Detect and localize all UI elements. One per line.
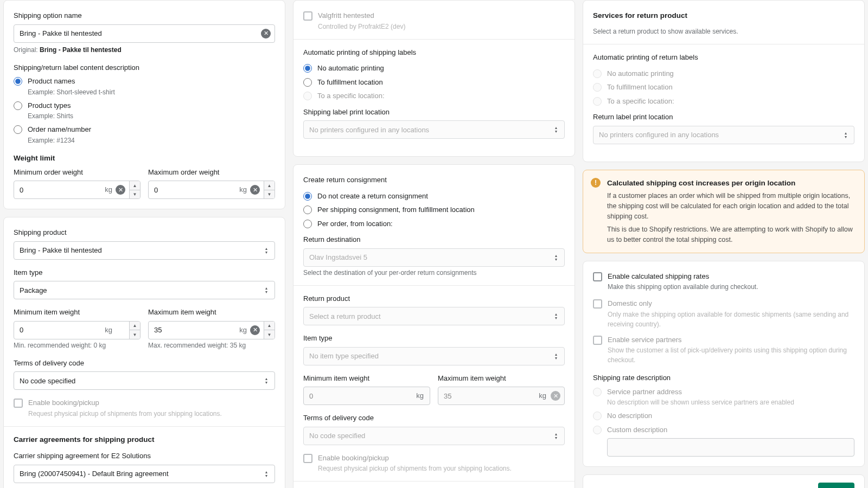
- enable-booking-checkbox[interactable]: [14, 399, 23, 408]
- chevron-up-icon[interactable]: ▲: [264, 322, 275, 331]
- radio-order-name[interactable]: [14, 125, 22, 134]
- enable-calc-checkbox[interactable]: [593, 272, 602, 281]
- clear-icon[interactable]: ✕: [250, 185, 260, 195]
- label-content-desc-heading: Shipping/return label content descriptio…: [14, 62, 275, 73]
- radio-no-auto-print[interactable]: [303, 64, 312, 73]
- return-terms-select[interactable]: No code specified: [303, 427, 565, 445]
- chevron-up-icon[interactable]: ▲: [130, 181, 140, 190]
- return-enable-booking-checkbox[interactable]: [303, 454, 312, 463]
- stepper[interactable]: ▲▼: [129, 322, 140, 339]
- shipping-option-name-label: Shipping option name: [14, 10, 275, 21]
- return-print-location-select[interactable]: No printers configured in any locations: [593, 126, 854, 144]
- return-item-type-select[interactable]: No item type specified: [303, 347, 565, 365]
- radio-specific-loc[interactable]: [303, 92, 312, 100]
- create-return-heading: Create return consignment: [303, 175, 565, 185]
- max-item-weight-label: Maximum item weight: [148, 307, 275, 318]
- save-button[interactable]: Save: [818, 483, 854, 488]
- min-rec-note: Min. recommended weight: 0 kg: [14, 341, 141, 350]
- carrier-agreements-heading: Carrier agreements for shipping product: [14, 434, 275, 445]
- radio-product-types[interactable]: [14, 101, 22, 110]
- return-product-select[interactable]: Select a return product: [303, 307, 565, 325]
- item-type-label: Item type: [14, 267, 275, 278]
- terms-label: Terms of delivery code: [14, 358, 275, 369]
- custom-desc-input[interactable]: [607, 438, 854, 457]
- chevron-down-icon[interactable]: ▼: [264, 330, 275, 339]
- auto-return-print-heading: Automatic printing of return labels: [593, 52, 854, 63]
- min-item-weight-label: Minimum item weight: [14, 307, 141, 318]
- radio-no-desc[interactable]: [593, 412, 602, 420]
- chevron-down-icon[interactable]: ▼: [130, 330, 140, 339]
- original-label: Original: Bring - Pakke til hentested: [14, 45, 275, 55]
- domestic-checkbox[interactable]: [593, 299, 602, 309]
- auto-print-card: Valgfritt hentestedControlled by Profrak…: [293, 0, 575, 157]
- radio-return-specific[interactable]: [593, 97, 602, 106]
- return-consignment-card: Create return consignment Do not create …: [293, 164, 575, 488]
- banner-p1: If a customer places an order which will…: [607, 191, 856, 221]
- return-dest-select[interactable]: Olav Ingstadsvei 5: [303, 248, 565, 267]
- print-location-select[interactable]: No printers configured in any locations: [303, 120, 565, 139]
- return-min-weight-input[interactable]: [303, 387, 430, 405]
- chevron-down-icon[interactable]: ▼: [264, 190, 275, 199]
- return-item-type-label: Item type: [303, 333, 565, 344]
- calculated-rates-card: Enable calculated shipping ratesMake thi…: [583, 261, 865, 467]
- valgfritt-checkbox[interactable]: [303, 11, 312, 21]
- chevron-up-icon[interactable]: ▲: [130, 322, 140, 331]
- clear-icon[interactable]: ✕: [551, 391, 560, 401]
- return-dest-label: Return destination: [303, 234, 565, 245]
- max-order-weight-label: Maximum order weight: [148, 167, 275, 178]
- radio-per-shipping[interactable]: [303, 206, 312, 214]
- radio-return-fulfillment[interactable]: [593, 83, 602, 92]
- shipping-product-card: Shipping product Bring - Pakke til hente…: [3, 217, 285, 488]
- shipping-option-card: Shipping option name ✕ Original: Bring -…: [3, 0, 285, 209]
- shipping-option-name-input[interactable]: [14, 24, 275, 43]
- min-order-weight-label: Minimum order weight: [14, 167, 141, 178]
- auto-print-heading: Automatic printing of shipping labels: [303, 47, 565, 58]
- rate-desc-heading: Shipping rate description: [593, 373, 854, 383]
- warning-icon: !: [591, 178, 601, 188]
- stepper[interactable]: ▲▼: [264, 181, 275, 198]
- clear-icon[interactable]: ✕: [250, 325, 260, 335]
- stepper[interactable]: ▲▼: [129, 181, 140, 198]
- warning-banner: ! Calculated shipping cost increases per…: [583, 170, 865, 253]
- weight-limit-heading: Weight limit: [14, 153, 275, 164]
- chevron-up-icon[interactable]: ▲: [264, 181, 275, 190]
- radio-product-names[interactable]: [14, 77, 22, 86]
- print-location-label: Shipping label print location: [303, 107, 565, 118]
- radio-return-no-auto[interactable]: [593, 69, 602, 78]
- chevron-down-icon[interactable]: ▼: [130, 190, 140, 199]
- carrier-agreement-label: Carrier shipping agreement for E2 Soluti…: [14, 451, 275, 461]
- shipping-product-select[interactable]: Bring - Pakke til hentested: [14, 241, 275, 260]
- shipping-product-label: Shipping product: [14, 227, 275, 238]
- min-item-weight-input[interactable]: [14, 321, 141, 339]
- terms-select[interactable]: No code specified: [14, 371, 275, 390]
- max-rec-note: Max. recommended weight: 35 kg: [148, 341, 275, 350]
- return-dest-hint: Select the destination of your per-order…: [303, 268, 565, 278]
- save-bar: Save: [583, 474, 865, 488]
- item-type-select[interactable]: Package: [14, 281, 275, 299]
- radio-service-partner-addr[interactable]: [593, 388, 602, 396]
- return-max-weight-label: Maximum item weight: [438, 373, 565, 384]
- return-min-weight-label: Minimum item weight: [303, 373, 430, 384]
- services-return-card: Services for return product Select a ret…: [583, 0, 865, 162]
- radio-per-order[interactable]: [303, 220, 312, 228]
- return-terms-label: Terms of delivery code: [303, 413, 565, 423]
- radio-fulfillment-loc[interactable]: [303, 78, 312, 87]
- banner-p2: This is due to Shopify restrictions. We …: [607, 224, 856, 245]
- return-product-label: Return product: [303, 293, 565, 304]
- radio-no-return[interactable]: [303, 192, 312, 201]
- service-partners-checkbox[interactable]: [593, 336, 602, 345]
- clear-icon[interactable]: ✕: [116, 185, 125, 195]
- radio-custom-desc[interactable]: [593, 426, 602, 434]
- carrier-agreement-select[interactable]: Bring (20007450941) - Default Bring agre…: [14, 465, 275, 483]
- services-return-heading: Services for return product: [593, 10, 854, 21]
- banner-title: Calculated shipping cost increases per o…: [607, 178, 856, 189]
- stepper[interactable]: ▲▼: [264, 322, 275, 339]
- return-print-location-label: Return label print location: [593, 112, 854, 123]
- clear-icon[interactable]: ✕: [261, 29, 271, 38]
- services-return-hint: Select a return product to show availabl…: [593, 27, 854, 36]
